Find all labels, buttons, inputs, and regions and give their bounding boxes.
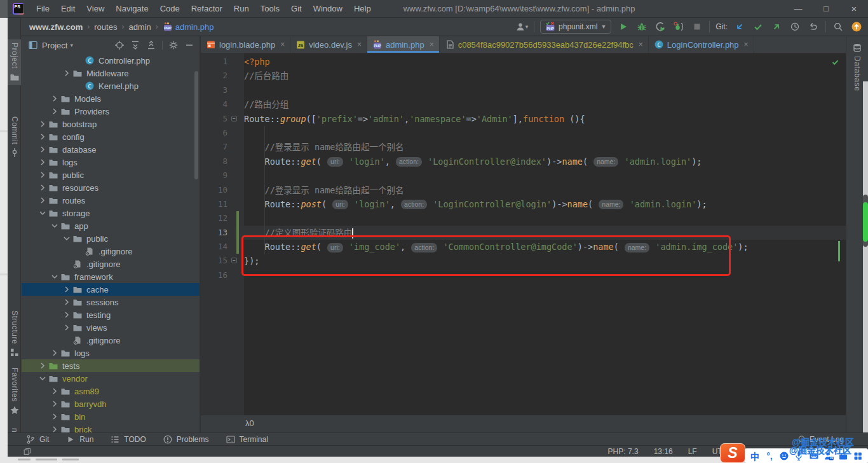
menu-item-run[interactable]: Run xyxy=(228,0,255,18)
menu-item-refactor[interactable]: Refactor xyxy=(186,0,228,18)
status-widget-php-7-3[interactable]: PHP: 7.3 xyxy=(608,447,639,456)
tree-item-storage[interactable]: storage xyxy=(22,207,200,219)
chevron-right-icon[interactable] xyxy=(49,399,60,409)
chevron-right-icon[interactable] xyxy=(37,361,48,371)
close-icon[interactable]: × xyxy=(639,40,643,49)
stripe-tab-favorites[interactable]: Favorites xyxy=(8,364,21,418)
tree-item-asm89[interactable]: asm89 xyxy=(22,385,200,397)
chevron-right-icon[interactable] xyxy=(37,132,48,142)
tool-windows-icon[interactable] xyxy=(23,447,32,456)
ime-smiley-button[interactable] xyxy=(778,450,790,462)
tree-item-middleware[interactable]: Middleware xyxy=(22,67,200,79)
stop-button[interactable] xyxy=(691,20,703,33)
menu-item-navigate[interactable]: Navigate xyxy=(110,0,154,18)
tree-item-resources[interactable]: resources xyxy=(22,181,200,194)
chevron-right-icon[interactable] xyxy=(49,424,60,432)
collapse-all-icon[interactable] xyxy=(146,40,156,50)
chevron-down-icon[interactable] xyxy=(37,208,48,218)
tree-item-vendor[interactable]: vendor xyxy=(22,372,200,385)
chevron-right-icon[interactable] xyxy=(37,183,48,193)
close-icon[interactable]: × xyxy=(357,40,362,49)
tree-scrollbar[interactable] xyxy=(194,71,198,179)
close-icon[interactable]: × xyxy=(430,40,434,49)
search-button[interactable] xyxy=(832,20,844,33)
tree-item-gitignore[interactable]: .gitignore xyxy=(22,334,200,347)
code-editor[interactable]: 1<?php2//后台路由34//路由分组5−Route::group(['pr… xyxy=(201,53,846,415)
debug-button[interactable] xyxy=(635,20,648,33)
code-line-11[interactable]: 11 Route::post( uri: 'login', action: 'L… xyxy=(201,197,846,211)
toolwindow-button-terminal[interactable]: Terminal xyxy=(226,434,268,445)
tree-item-public[interactable]: public xyxy=(22,169,200,181)
chevron-right-icon[interactable] xyxy=(61,297,72,307)
tree-item-gitignore[interactable]: .gitignore xyxy=(22,258,200,270)
user-button[interactable]: ▾ xyxy=(515,20,528,33)
chevron-right-icon[interactable] xyxy=(49,106,60,116)
tree-item-bootstrap[interactable]: bootstrap xyxy=(22,118,200,130)
tree-item-providers[interactable]: Providers xyxy=(22,105,200,118)
chevron-right-icon[interactable] xyxy=(49,93,60,104)
code-line-1[interactable]: 1<?php xyxy=(201,55,846,69)
chevron-down-icon[interactable] xyxy=(37,373,48,384)
code-line-2[interactable]: 2//后台路由 xyxy=(201,69,846,83)
update-orange-button[interactable] xyxy=(850,20,863,33)
minus-icon[interactable] xyxy=(184,40,194,50)
stripe-tab-project[interactable]: Project xyxy=(8,39,21,85)
toolwindow-button-git[interactable]: Git xyxy=(25,434,49,445)
fold-marker-icon[interactable]: − xyxy=(231,258,237,263)
stripe-tab-structure[interactable]: Structure xyxy=(8,307,21,361)
tree-item-routes[interactable]: routes xyxy=(22,194,200,207)
chevron-right-icon[interactable] xyxy=(61,68,72,78)
code-line-6[interactable]: 6 xyxy=(201,126,846,140)
history-button[interactable] xyxy=(789,20,801,33)
code-line-8[interactable]: 8 Route::get( uri: 'login', action: 'Log… xyxy=(201,155,846,169)
expand-all-icon[interactable] xyxy=(130,40,140,50)
chevron-right-icon[interactable] xyxy=(61,310,72,320)
chevron-right-icon[interactable] xyxy=(61,284,72,294)
tree-item-bin[interactable]: bin xyxy=(22,410,200,423)
tab-admin-php[interactable]: PHPadmin.php× xyxy=(367,36,440,53)
toolwindow-button-problems[interactable]: Problems xyxy=(163,434,209,445)
chevron-right-icon[interactable] xyxy=(49,386,60,396)
chevron-down-icon[interactable] xyxy=(61,233,72,244)
code-line-10[interactable]: 10 //登录显示 name给路由起一个别名 xyxy=(201,183,846,197)
tree-item-testing[interactable]: testing xyxy=(22,308,200,321)
minimize-button[interactable]: — xyxy=(784,0,812,17)
code-line-4[interactable]: 4//路由分组 xyxy=(201,97,846,111)
close-button[interactable]: × xyxy=(840,0,868,17)
tab-c0854f8ac99027b56d5933eab437d26e22f94fbc[interactable]: c0854f8ac99027b56d5933eab437d26e22f94fbc… xyxy=(440,36,649,53)
code-line-7[interactable]: 7 //登录显示 name给路由起一个别名 xyxy=(201,140,846,154)
ime-zh-button[interactable]: 中 xyxy=(749,450,761,462)
menu-item-view[interactable]: View xyxy=(81,0,110,18)
code-line-5[interactable]: 5−Route::group(['prefix'=>'admin','names… xyxy=(201,112,846,126)
play-button[interactable] xyxy=(617,20,630,33)
tree-item-cache[interactable]: cache xyxy=(22,283,200,296)
chevron-right-icon[interactable] xyxy=(37,144,48,155)
tab-video-dev-js[interactable]: JSvideo.dev.js× xyxy=(290,36,367,53)
menu-item-window[interactable]: Window xyxy=(308,0,348,18)
menu-item-code[interactable]: Code xyxy=(154,0,186,18)
git-update-button[interactable] xyxy=(733,20,746,33)
ime-grid-button[interactable] xyxy=(852,450,864,462)
breadcrumb-lambda[interactable]: λ0 xyxy=(245,418,254,428)
breadcrumb-item-routes[interactable]: routes xyxy=(94,22,117,32)
chevron-down-icon[interactable] xyxy=(49,221,60,231)
chevron-right-icon[interactable] xyxy=(37,157,48,167)
stripe-tab-commit[interactable]: Commit xyxy=(8,113,21,161)
ime-punct-button[interactable]: °, xyxy=(764,450,775,462)
menu-item-tools[interactable]: Tools xyxy=(255,0,285,18)
gear-icon[interactable] xyxy=(168,40,179,50)
git-commit-button[interactable] xyxy=(752,20,764,33)
menu-item-help[interactable]: Help xyxy=(348,0,377,18)
breadcrumb-item-www-zfw-com[interactable]: www.zfw.com xyxy=(29,22,83,32)
chevron-right-icon[interactable] xyxy=(37,195,48,205)
chevron-down-icon[interactable]: ▾ xyxy=(70,42,73,48)
toolwindow-button-todo[interactable]: TODO xyxy=(110,434,146,445)
tab-login-blade-php[interactable]: login.blade.php× xyxy=(201,36,290,53)
tree-item-kernel-php[interactable]: CKernel.php xyxy=(22,79,200,92)
tree-item-gitignore[interactable]: .gitignore xyxy=(22,245,200,258)
chevron-right-icon[interactable] xyxy=(37,170,48,180)
breadcrumb-item-admin[interactable]: admin xyxy=(128,22,151,32)
code-line-9[interactable]: 9 xyxy=(201,169,846,183)
menu-item-git[interactable]: Git xyxy=(285,0,308,18)
tree-item-controller-php[interactable]: CController.php xyxy=(22,54,200,67)
